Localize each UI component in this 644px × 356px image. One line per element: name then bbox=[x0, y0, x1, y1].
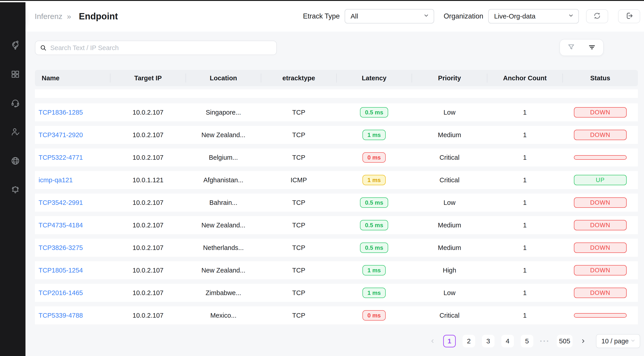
latency-cell: 0.5 ms bbox=[336, 194, 412, 212]
status-cell: DOWN bbox=[563, 103, 638, 121]
export-icon bbox=[625, 12, 634, 21]
latency-cell: 1 ms bbox=[336, 171, 412, 189]
status-cell: DOWN bbox=[563, 126, 638, 144]
etracktype-cell: TCP bbox=[261, 239, 336, 257]
pagination: 12345 ••• 505 10 / page bbox=[429, 334, 640, 348]
column-header-target-ip: Target IP bbox=[110, 70, 186, 86]
anchor-count-cell: 1 bbox=[487, 194, 562, 212]
search-icon bbox=[40, 45, 47, 51]
endpoint-name-link[interactable]: TCP3542-2991 bbox=[38, 199, 83, 206]
pagination-ellipsis[interactable]: ••• bbox=[540, 338, 550, 344]
breadcrumb-separator: » bbox=[67, 12, 71, 21]
pagination-page-2[interactable]: 2 bbox=[462, 335, 475, 347]
status-badge: DOWN bbox=[574, 197, 627, 208]
status-badge: DOWN bbox=[574, 265, 627, 275]
breadcrumb-app[interactable]: Inferenz bbox=[35, 12, 62, 21]
column-header-name: Name bbox=[35, 70, 110, 86]
next-page-icon[interactable] bbox=[579, 337, 587, 345]
table-row: TCP2016-146510.0.2.107Zimbabwe...TCP1 ms… bbox=[35, 284, 638, 302]
status-cell bbox=[563, 306, 638, 324]
pagination-page-5[interactable]: 5 bbox=[521, 335, 533, 347]
status-badge bbox=[574, 313, 627, 318]
anchor-count-cell: 1 bbox=[487, 284, 562, 302]
endpoint-name-link[interactable]: TCP1836-1285 bbox=[38, 109, 83, 116]
latency-cell: 1 ms bbox=[336, 261, 412, 279]
filter-toolbar[interactable] bbox=[560, 39, 604, 56]
search-input[interactable] bbox=[35, 41, 277, 55]
pagination-last-page[interactable]: 505 bbox=[557, 335, 572, 347]
column-header-priority: Priority bbox=[412, 70, 487, 86]
sort-lines-icon[interactable] bbox=[588, 43, 596, 52]
table-header-row: NameTarget IPLocationetracktypeLatencyPr… bbox=[35, 70, 638, 86]
priority-cell: Medium bbox=[412, 216, 487, 234]
app-logo-icon[interactable] bbox=[10, 40, 20, 50]
endpoint-name-link[interactable]: TCP5322-4771 bbox=[38, 154, 83, 161]
location-cell: Singapore... bbox=[186, 103, 261, 121]
chevron-down-icon bbox=[423, 13, 429, 20]
endpoint-name-link[interactable]: TCP3471-2920 bbox=[38, 131, 83, 139]
target-ip-cell: 10.0.2.107 bbox=[110, 148, 186, 167]
table-row: TCP3542-299110.0.2.107Bahrain...TCP0.5 m… bbox=[35, 194, 638, 212]
target-ip-cell: 10.0.2.107 bbox=[110, 103, 186, 121]
etrack-type-select[interactable]: All bbox=[345, 9, 434, 24]
latency-cell: 0 ms bbox=[336, 306, 412, 324]
latency-badge: 1 ms bbox=[362, 288, 386, 298]
status-badge: DOWN bbox=[574, 288, 627, 298]
organization-select[interactable]: Live-Org-data bbox=[488, 9, 579, 24]
endpoint-name-cell: TCP5339-4788 bbox=[35, 306, 110, 324]
latency-badge: 0 ms bbox=[362, 310, 386, 320]
priority-cell: High bbox=[412, 261, 487, 279]
anchor-count-cell: 1 bbox=[487, 171, 562, 189]
etracktype-cell: TCP bbox=[261, 306, 336, 324]
endpoint-name-link[interactable]: TCP5339-4788 bbox=[38, 312, 83, 319]
main-content: NameTarget IPLocationetracktypeLatencyPr… bbox=[26, 32, 644, 356]
endpoint-name-cell: TCP3826-3275 bbox=[35, 239, 110, 257]
endpoint-name-link[interactable]: TCP4735-4184 bbox=[38, 222, 83, 229]
page-title: Endpoint bbox=[79, 11, 118, 22]
location-cell: Netherlands... bbox=[186, 239, 261, 257]
anchor-count-cell: 1 bbox=[487, 148, 562, 167]
latency-cell: 1 ms bbox=[336, 284, 412, 302]
pagination-page-3[interactable]: 3 bbox=[482, 335, 494, 347]
refresh-button[interactable] bbox=[586, 9, 608, 23]
etracktype-cell: TCP bbox=[261, 126, 336, 144]
status-badge bbox=[574, 155, 627, 160]
table-row: TCP5339-478810.0.2.107Mexico...TCP0 msCr… bbox=[35, 306, 638, 324]
endpoint-name-link[interactable]: TCP2016-1465 bbox=[38, 289, 83, 297]
anchor-count-cell: 1 bbox=[487, 216, 562, 234]
prev-page-icon[interactable] bbox=[429, 337, 436, 345]
funnel-icon[interactable] bbox=[567, 43, 575, 52]
target-ip-cell: 10.0.2.107 bbox=[110, 216, 186, 234]
target-ip-cell: 10.0.1.121 bbox=[110, 171, 186, 189]
support-headset-icon[interactable] bbox=[10, 98, 20, 108]
export-button[interactable] bbox=[618, 9, 640, 23]
endpoint-name-link[interactable]: icmp-qa121 bbox=[38, 176, 73, 184]
latency-badge: 0.5 ms bbox=[360, 220, 388, 230]
target-ip-cell: 10.0.2.107 bbox=[110, 306, 186, 324]
globe-icon[interactable] bbox=[10, 156, 20, 166]
notifications-bell-icon[interactable] bbox=[10, 185, 20, 195]
location-cell: New Zealand... bbox=[186, 216, 261, 234]
organization-value: Live-Org-data bbox=[494, 13, 535, 20]
endpoint-name-cell: TCP3542-2991 bbox=[35, 194, 110, 212]
status-badge: DOWN bbox=[574, 242, 627, 253]
priority-cell: Medium bbox=[412, 126, 487, 144]
dashboard-grid-icon[interactable] bbox=[10, 69, 20, 79]
endpoint-name-link[interactable]: TCP3826-3275 bbox=[38, 244, 83, 251]
page-size-select[interactable]: 10 / page bbox=[596, 334, 640, 348]
location-cell: Afghanistan... bbox=[186, 171, 261, 189]
status-cell: UP bbox=[563, 171, 638, 189]
user-check-icon[interactable] bbox=[10, 127, 20, 137]
latency-cell: 0.5 ms bbox=[336, 103, 412, 121]
endpoint-name-link[interactable]: TCP1805-1254 bbox=[38, 267, 83, 274]
location-cell: Bahrain... bbox=[186, 194, 261, 212]
pagination-page-1[interactable]: 1 bbox=[443, 335, 456, 347]
priority-cell: Critical bbox=[412, 306, 487, 324]
etracktype-cell: TCP bbox=[261, 216, 336, 234]
endpoint-name-cell: TCP5322-4771 bbox=[35, 148, 110, 167]
anchor-count-cell: 1 bbox=[487, 306, 562, 324]
latency-cell: 0.5 ms bbox=[336, 239, 412, 257]
anchor-count-cell: 1 bbox=[487, 103, 562, 121]
etracktype-cell: TCP bbox=[261, 148, 336, 167]
pagination-page-4[interactable]: 4 bbox=[501, 335, 514, 347]
